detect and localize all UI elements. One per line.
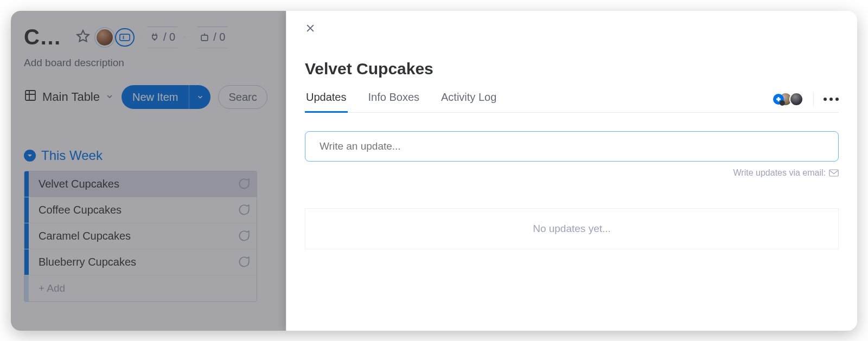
table-icon bbox=[24, 89, 37, 105]
email-updates-link[interactable]: Write updates via email: bbox=[305, 168, 839, 178]
group-collapse-icon[interactable] bbox=[24, 150, 36, 162]
conversation-icon[interactable] bbox=[231, 177, 257, 191]
add-person-icon[interactable] bbox=[773, 94, 784, 105]
group-title: This Week bbox=[41, 148, 103, 163]
automations-count: / 0 bbox=[213, 31, 225, 43]
add-item-row[interactable]: + Add bbox=[24, 275, 257, 301]
table-row[interactable]: Blueberry Cupcakes bbox=[24, 249, 257, 275]
conversation-icon[interactable] bbox=[231, 255, 257, 269]
item-name[interactable]: Velvet Cupcakes bbox=[29, 178, 231, 190]
svg-rect-0 bbox=[120, 34, 130, 41]
conversation-icon[interactable] bbox=[231, 203, 257, 217]
tab-activity-log[interactable]: Activity Log bbox=[440, 91, 497, 112]
row-color-bar bbox=[24, 197, 29, 223]
robot-icon bbox=[199, 32, 210, 43]
table-row[interactable]: Coffee Cupcakes bbox=[24, 197, 257, 223]
search-placeholder: Searc bbox=[228, 91, 257, 104]
row-color-bar bbox=[24, 249, 29, 275]
empty-text: No updates yet... bbox=[533, 223, 611, 235]
chevron-down-icon bbox=[105, 90, 114, 104]
item-name[interactable]: Caramel Cupcakes bbox=[29, 230, 231, 242]
table-row[interactable]: Velvet Cupcakes bbox=[24, 171, 257, 197]
view-selector[interactable]: Main Table bbox=[24, 89, 114, 105]
conversation-icon[interactable] bbox=[231, 229, 257, 243]
divider bbox=[813, 92, 814, 106]
integrations-count: / 0 bbox=[163, 31, 175, 43]
item-panel: Velvet Cupcakes Updates Info Boxes Activ… bbox=[286, 11, 857, 331]
row-color-bar bbox=[24, 171, 29, 197]
row-color-bar bbox=[24, 223, 29, 249]
view-label: Main Table bbox=[42, 90, 100, 104]
add-item-label: + Add bbox=[29, 282, 257, 294]
item-rows: Velvet Cupcakes Coffee Cupcakes Caramel … bbox=[24, 171, 257, 302]
group-header[interactable]: This Week bbox=[24, 148, 275, 163]
board-area: Cu… / 0 / 0 Add board description bbox=[11, 11, 286, 331]
svg-rect-2 bbox=[25, 91, 35, 100]
envelope-icon bbox=[829, 169, 839, 177]
tab-info-boxes[interactable]: Info Boxes bbox=[367, 91, 421, 112]
owner-avatar[interactable] bbox=[95, 28, 114, 47]
item-name[interactable]: Blueberry Cupcakes bbox=[29, 256, 231, 268]
row-color-bar bbox=[24, 275, 29, 301]
board-view-badge[interactable] bbox=[115, 28, 135, 47]
item-name[interactable]: Coffee Cupcakes bbox=[29, 204, 231, 216]
integrations-chip[interactable]: / 0 bbox=[140, 27, 184, 48]
table-row[interactable]: Caramel Cupcakes bbox=[24, 223, 257, 249]
people-column[interactable] bbox=[773, 92, 803, 106]
svg-rect-1 bbox=[201, 35, 208, 40]
board-description-placeholder[interactable]: Add board description bbox=[24, 57, 275, 69]
new-item-button[interactable]: New Item bbox=[122, 85, 210, 109]
person-avatar[interactable] bbox=[789, 92, 803, 106]
close-button[interactable] bbox=[305, 23, 318, 36]
update-input[interactable] bbox=[305, 131, 839, 162]
panel-title[interactable]: Velvet Cupcakes bbox=[305, 60, 839, 78]
new-item-label: New Item bbox=[122, 91, 189, 104]
search-input[interactable]: Searc bbox=[218, 85, 267, 109]
star-icon[interactable] bbox=[76, 29, 90, 46]
new-item-caret[interactable] bbox=[189, 85, 210, 109]
more-menu-icon[interactable] bbox=[824, 98, 839, 101]
tab-updates[interactable]: Updates bbox=[305, 91, 348, 113]
svg-rect-3 bbox=[829, 170, 839, 176]
plug-icon bbox=[149, 32, 160, 43]
automations-chip[interactable]: / 0 bbox=[190, 27, 234, 48]
updates-empty-state: No updates yet... bbox=[305, 208, 839, 249]
board-title[interactable]: Cu… bbox=[24, 25, 71, 49]
email-note-text: Write updates via email: bbox=[733, 168, 826, 178]
